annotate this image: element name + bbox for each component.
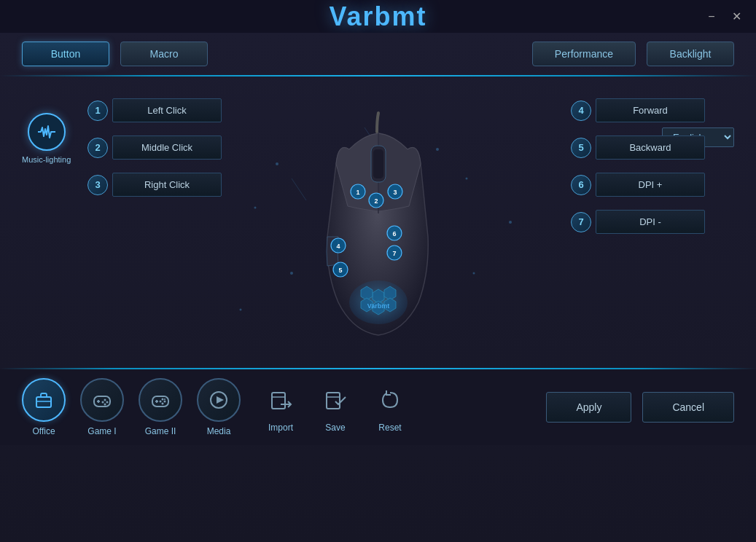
svg-text:5: 5 <box>338 267 342 274</box>
svg-text:7: 7 <box>392 250 396 257</box>
btn-number-5: 5 <box>571 138 591 158</box>
profile-game1[interactable]: Game I <box>80 378 124 436</box>
nav-button-performance[interactable]: Performance <box>532 42 636 66</box>
media-label: Media <box>207 426 231 436</box>
nav-button-macro[interactable]: Macro <box>120 42 208 66</box>
reset-label: Reset <box>378 423 401 433</box>
svg-text:3: 3 <box>393 189 397 196</box>
game2-icon <box>139 378 182 422</box>
media-icon <box>197 378 241 422</box>
import-label: Import <box>268 423 293 433</box>
save-action[interactable]: Save <box>317 382 354 433</box>
save-icon <box>317 382 354 418</box>
btn-number-4: 4 <box>571 101 591 121</box>
nav-button-button[interactable]: Button <box>22 42 109 66</box>
app-title: Varbmt <box>329 1 426 32</box>
btn-label-2[interactable]: Middle Click <box>112 136 222 160</box>
btn-number-2: 2 <box>87 138 108 158</box>
action-group: Import Save <box>262 382 408 433</box>
btn-number-7: 7 <box>571 212 591 232</box>
svg-point-50 <box>162 398 164 401</box>
game2-label: Game II <box>145 426 176 436</box>
game1-label: Game I <box>87 426 116 436</box>
btn-number-3: 3 <box>87 175 108 195</box>
svg-point-51 <box>164 401 166 403</box>
minimize-button[interactable]: − <box>703 8 720 25</box>
profile-media[interactable]: Media <box>197 378 241 436</box>
music-lighting-button[interactable]: Music-lighting <box>22 113 71 164</box>
mouse-mapping-area: 1 Left Click 2 Middle Click 3 Right Clic… <box>0 91 756 368</box>
btn-label-4[interactable]: Forward <box>596 98 705 122</box>
main-content: Button Macro Performance Backlight Engli… <box>0 33 756 542</box>
btn-row-5: 5 Backward <box>571 136 705 160</box>
game1-icon <box>80 378 124 422</box>
svg-rect-60 <box>327 393 340 409</box>
btn-label-7[interactable]: DPI - <box>596 210 705 234</box>
svg-point-53 <box>160 401 162 403</box>
btn-label-1[interactable]: Left Click <box>112 98 222 122</box>
btn-label-6[interactable]: DPI + <box>596 173 705 197</box>
svg-point-52 <box>162 403 164 405</box>
svg-point-9 <box>240 309 242 311</box>
cancel-button[interactable]: Cancel <box>642 392 734 423</box>
svg-rect-15 <box>373 149 383 178</box>
apply-button[interactable]: Apply <box>546 392 631 423</box>
svg-point-44 <box>106 401 109 404</box>
top-divider <box>0 75 756 76</box>
gamepad1-icon <box>92 390 112 410</box>
save-label: Save <box>325 423 345 433</box>
svg-marker-56 <box>217 396 224 404</box>
profile-office[interactable]: Office <box>22 378 66 436</box>
btn-number-6: 6 <box>571 175 591 195</box>
svg-point-46 <box>102 401 104 404</box>
apply-section: Apply Cancel <box>546 392 734 423</box>
title-bar: Varbmt − ✕ <box>0 0 756 33</box>
right-button-labels: 4 Forward 5 Backward 6 DPI + 7 DPI - <box>571 98 705 234</box>
svg-point-3 <box>473 272 475 275</box>
btn-row-1: 1 Left Click <box>87 98 222 122</box>
profile-section: Office Game I <box>0 369 756 445</box>
svg-point-7 <box>254 207 257 209</box>
nav-button-backlight[interactable]: Backlight <box>647 42 734 66</box>
svg-text:1: 1 <box>356 189 359 196</box>
top-nav: Button Macro Performance Backlight <box>0 33 756 75</box>
svg-point-45 <box>104 404 106 406</box>
music-lighting-label: Music-lighting <box>22 155 71 164</box>
reset-action[interactable]: Reset <box>372 382 408 433</box>
svg-point-8 <box>290 272 293 275</box>
window-controls: − ✕ <box>703 8 745 25</box>
mouse-svg: Varbmt 1 2 3 4 5 6 7 <box>298 106 459 353</box>
btn-row-2: 2 Middle Click <box>87 136 222 160</box>
svg-text:4: 4 <box>336 243 340 250</box>
reset-icon <box>372 382 408 418</box>
btn-row-3: 3 Right Click <box>87 173 222 197</box>
import-action[interactable]: Import <box>262 382 299 433</box>
btn-number-1: 1 <box>87 101 108 121</box>
svg-text:Varbmt: Varbmt <box>367 302 389 310</box>
office-label: Office <box>32 426 55 436</box>
btn-row-6: 6 DPI + <box>571 173 705 197</box>
gamepad2-icon <box>150 390 171 410</box>
profile-game2[interactable]: Game II <box>139 378 182 436</box>
btn-label-5[interactable]: Backward <box>596 136 705 160</box>
btn-row-7: 7 DPI - <box>571 210 705 234</box>
office-icon <box>22 378 66 422</box>
briefcase-icon <box>34 390 54 410</box>
svg-text:2: 2 <box>374 197 378 205</box>
play-icon <box>209 390 229 410</box>
svg-rect-57 <box>272 393 285 409</box>
import-svg <box>268 387 294 413</box>
close-button[interactable]: ✕ <box>728 8 745 25</box>
svg-point-6 <box>276 162 278 165</box>
music-lighting-icon <box>28 113 66 151</box>
svg-rect-38 <box>36 397 51 407</box>
reset-svg <box>377 387 403 413</box>
mouse-illustration: Varbmt 1 2 3 4 5 6 7 <box>298 106 459 353</box>
svg-point-43 <box>104 399 106 401</box>
btn-row-4: 4 Forward <box>571 98 705 122</box>
svg-text:6: 6 <box>392 230 396 237</box>
save-svg <box>322 387 348 413</box>
btn-label-3[interactable]: Right Click <box>112 173 222 197</box>
svg-point-1 <box>466 178 468 180</box>
import-icon <box>262 382 299 418</box>
